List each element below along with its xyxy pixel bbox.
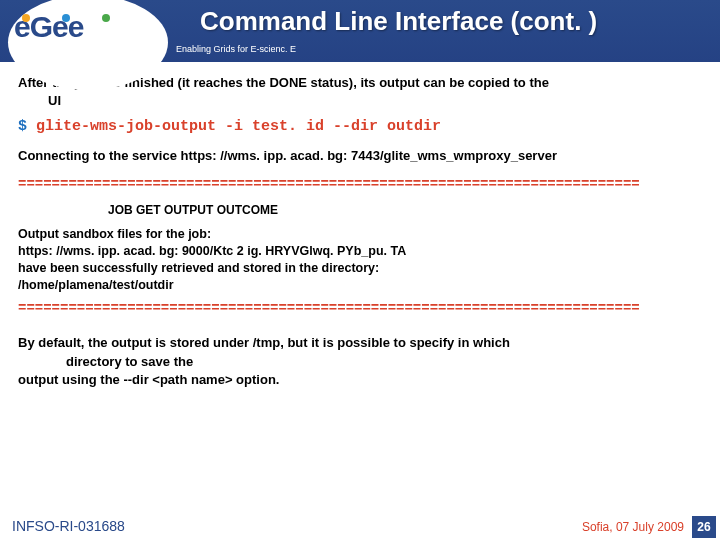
slide-content: After the job has finished (it reaches t… xyxy=(0,62,720,389)
outcome-title: JOB GET OUTPUT OUTCOME xyxy=(108,202,702,218)
slide-tagline: Enabling Grids for E-scienc. E xyxy=(176,44,296,54)
logo-dot-icon xyxy=(102,14,110,22)
footer-left-id: INFSO-RI-031688 xyxy=(12,518,125,534)
bottom-paragraph: By default, the output is stored under /… xyxy=(18,334,702,389)
logo-dot-icon xyxy=(62,14,70,22)
outcome-line-4: /home/plamena/test/outdir xyxy=(18,277,702,294)
outcome-line-3: have been successfully retrieved and sto… xyxy=(18,260,702,277)
separator-top: ========================================… xyxy=(18,175,702,194)
bottom-line-3: output using the --dir <path name> optio… xyxy=(18,372,279,387)
prompt-dollar: $ xyxy=(18,118,27,135)
bottom-line-1: By default, the output is stored under /… xyxy=(18,335,510,350)
separator-bottom: ========================================… xyxy=(18,299,702,318)
command-line: $ glite-wms-job-output -i test. id --dir… xyxy=(18,117,702,137)
outcome-body: Output sandbox files for the job: https:… xyxy=(18,226,702,294)
logo-dot-icon xyxy=(22,14,30,22)
logo-area: eGee xyxy=(0,0,165,62)
outcome-line-2: https: //wms. ipp. acad. bg: 9000/Ktc 2 … xyxy=(18,243,702,260)
slide-header: eGee Command Line Interface (cont. ) Ena… xyxy=(0,0,720,62)
bottom-line-2: directory to save the xyxy=(66,353,702,371)
command-text: glite-wms-job-output -i test. id --dir o… xyxy=(36,118,441,135)
slide-number-badge: 26 xyxy=(692,516,716,538)
footer-date-location: Sofia, 07 July 2009 xyxy=(582,520,684,534)
slide-title: Command Line Interface (cont. ) xyxy=(200,6,597,37)
connecting-text: Connecting to the service https: //wms. … xyxy=(18,147,702,165)
outcome-line-1: Output sandbox files for the job: xyxy=(18,226,702,243)
intro-line-2: UI xyxy=(48,92,702,110)
slide-footer: INFSO-RI-031688 Sofia, 07 July 2009 26 xyxy=(0,514,720,540)
